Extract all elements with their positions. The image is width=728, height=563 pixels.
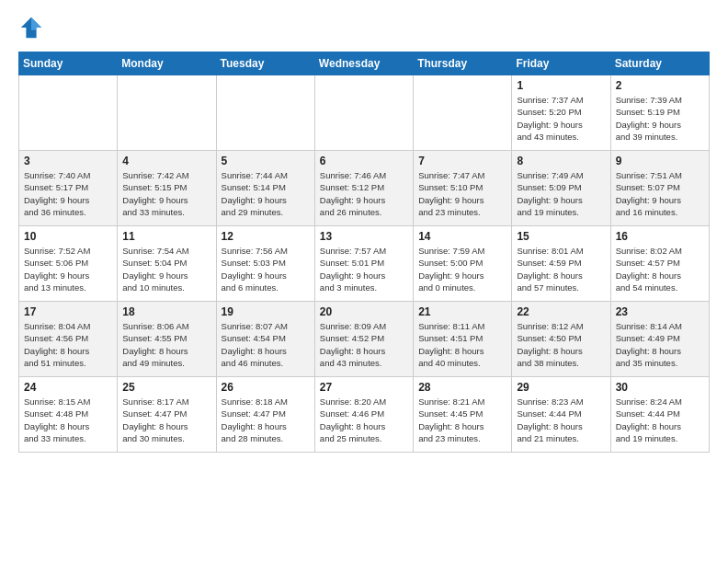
calendar-cell: 11Sunrise: 7:54 AMSunset: 5:04 PMDayligh… [118, 226, 216, 302]
calendar-cell: 24Sunrise: 8:15 AMSunset: 4:48 PMDayligh… [19, 377, 118, 453]
day-detail: Sunrise: 8:02 AMSunset: 4:57 PMDaylight:… [616, 245, 704, 293]
calendar-cell: 20Sunrise: 8:09 AMSunset: 4:52 PMDayligh… [314, 302, 413, 377]
day-number: 9 [616, 155, 704, 167]
col-header-thursday: Thursday [414, 52, 512, 75]
day-detail: Sunrise: 8:24 AMSunset: 4:44 PMDaylight:… [616, 396, 704, 444]
day-number: 10 [24, 230, 112, 243]
calendar-cell: 15Sunrise: 8:01 AMSunset: 4:59 PMDayligh… [512, 226, 610, 302]
day-detail: Sunrise: 7:54 AMSunset: 5:04 PMDaylight:… [122, 245, 210, 293]
day-detail: Sunrise: 8:09 AMSunset: 4:52 PMDaylight:… [320, 320, 408, 369]
day-number: 21 [418, 305, 506, 318]
day-detail: Sunrise: 7:57 AMSunset: 5:01 PMDaylight:… [320, 245, 408, 293]
day-number: 1 [517, 79, 605, 92]
col-header-sunday: Sunday [19, 52, 118, 75]
day-detail: Sunrise: 8:12 AMSunset: 4:50 PMDaylight:… [517, 320, 605, 369]
calendar-cell: 16Sunrise: 8:02 AMSunset: 4:57 PMDayligh… [610, 226, 709, 302]
calendar-cell: 19Sunrise: 8:07 AMSunset: 4:54 PMDayligh… [216, 302, 314, 377]
day-number: 13 [320, 230, 408, 243]
day-number: 6 [320, 155, 408, 167]
day-number: 2 [616, 79, 704, 92]
col-header-wednesday: Wednesday [314, 52, 413, 75]
calendar-cell: 27Sunrise: 8:20 AMSunset: 4:46 PMDayligh… [314, 377, 413, 453]
calendar-cell: 18Sunrise: 8:06 AMSunset: 4:55 PMDayligh… [118, 302, 216, 377]
day-detail: Sunrise: 8:21 AMSunset: 4:45 PMDaylight:… [418, 396, 506, 444]
logo [18, 15, 48, 40]
day-detail: Sunrise: 7:56 AMSunset: 5:03 PMDaylight:… [222, 245, 310, 293]
calendar-week-3: 17Sunrise: 8:04 AMSunset: 4:56 PMDayligh… [19, 302, 710, 377]
calendar-cell: 4Sunrise: 7:42 AMSunset: 5:15 PMDaylight… [118, 151, 216, 226]
day-number: 18 [122, 305, 210, 318]
day-detail: Sunrise: 7:44 AMSunset: 5:14 PMDaylight:… [222, 169, 310, 218]
calendar-table: SundayMondayTuesdayWednesdayThursdayFrid… [18, 52, 710, 453]
day-number: 7 [418, 155, 506, 167]
day-detail: Sunrise: 8:07 AMSunset: 4:54 PMDaylight:… [222, 320, 310, 369]
day-number: 12 [222, 230, 310, 243]
day-detail: Sunrise: 7:49 AMSunset: 5:09 PMDaylight:… [517, 169, 605, 218]
calendar-cell [216, 75, 314, 151]
day-detail: Sunrise: 7:42 AMSunset: 5:15 PMDaylight:… [122, 169, 210, 218]
calendar-cell: 9Sunrise: 7:51 AMSunset: 5:07 PMDaylight… [610, 151, 709, 226]
header [18, 15, 710, 40]
col-header-friday: Friday [512, 52, 610, 75]
day-number: 25 [122, 381, 210, 394]
calendar-cell: 2Sunrise: 7:39 AMSunset: 5:19 PMDaylight… [610, 75, 709, 151]
col-header-monday: Monday [118, 52, 216, 75]
day-number: 20 [320, 305, 408, 318]
calendar-header-row: SundayMondayTuesdayWednesdayThursdayFrid… [19, 52, 710, 75]
day-number: 3 [24, 155, 112, 167]
calendar-cell: 22Sunrise: 8:12 AMSunset: 4:50 PMDayligh… [512, 302, 610, 377]
day-detail: Sunrise: 8:18 AMSunset: 4:47 PMDaylight:… [222, 396, 310, 444]
calendar-cell: 5Sunrise: 7:44 AMSunset: 5:14 PMDaylight… [216, 151, 314, 226]
calendar-week-4: 24Sunrise: 8:15 AMSunset: 4:48 PMDayligh… [19, 377, 710, 453]
day-number: 29 [517, 381, 605, 394]
calendar-week-0: 1Sunrise: 7:37 AMSunset: 5:20 PMDaylight… [19, 75, 710, 151]
day-number: 30 [616, 381, 704, 394]
day-detail: Sunrise: 7:39 AMSunset: 5:19 PMDaylight:… [616, 94, 704, 143]
day-detail: Sunrise: 7:51 AMSunset: 5:07 PMDaylight:… [616, 169, 704, 218]
page: SundayMondayTuesdayWednesdayThursdayFrid… [0, 0, 728, 467]
day-detail: Sunrise: 8:11 AMSunset: 4:51 PMDaylight:… [418, 320, 506, 369]
day-number: 19 [222, 305, 310, 318]
day-number: 14 [418, 230, 506, 243]
calendar-cell: 25Sunrise: 8:17 AMSunset: 4:47 PMDayligh… [118, 377, 216, 453]
calendar-cell: 30Sunrise: 8:24 AMSunset: 4:44 PMDayligh… [610, 377, 709, 453]
calendar-cell [19, 75, 118, 151]
day-number: 5 [222, 155, 310, 167]
calendar-cell: 10Sunrise: 7:52 AMSunset: 5:06 PMDayligh… [19, 226, 118, 302]
calendar-cell: 14Sunrise: 7:59 AMSunset: 5:00 PMDayligh… [414, 226, 512, 302]
day-number: 23 [616, 305, 704, 318]
day-number: 24 [24, 381, 112, 394]
day-number: 15 [517, 230, 605, 243]
calendar-cell: 12Sunrise: 7:56 AMSunset: 5:03 PMDayligh… [216, 226, 314, 302]
day-number: 22 [517, 305, 605, 318]
day-detail: Sunrise: 8:20 AMSunset: 4:46 PMDaylight:… [320, 396, 408, 444]
calendar-cell [118, 75, 216, 151]
day-number: 16 [616, 230, 704, 243]
day-detail: Sunrise: 8:04 AMSunset: 4:56 PMDaylight:… [24, 320, 112, 369]
day-detail: Sunrise: 8:06 AMSunset: 4:55 PMDaylight:… [122, 320, 210, 369]
day-number: 26 [222, 381, 310, 394]
calendar-cell: 23Sunrise: 8:14 AMSunset: 4:49 PMDayligh… [610, 302, 709, 377]
calendar-cell [314, 75, 413, 151]
day-detail: Sunrise: 8:15 AMSunset: 4:48 PMDaylight:… [24, 396, 112, 444]
svg-marker-1 [31, 17, 41, 30]
day-detail: Sunrise: 7:40 AMSunset: 5:17 PMDaylight:… [24, 169, 112, 218]
day-number: 28 [418, 381, 506, 394]
day-detail: Sunrise: 7:46 AMSunset: 5:12 PMDaylight:… [320, 169, 408, 218]
col-header-saturday: Saturday [610, 52, 709, 75]
calendar-cell: 1Sunrise: 7:37 AMSunset: 5:20 PMDaylight… [512, 75, 610, 151]
day-detail: Sunrise: 8:23 AMSunset: 4:44 PMDaylight:… [517, 396, 605, 444]
col-header-tuesday: Tuesday [216, 52, 314, 75]
day-detail: Sunrise: 8:01 AMSunset: 4:59 PMDaylight:… [517, 245, 605, 293]
calendar-cell: 7Sunrise: 7:47 AMSunset: 5:10 PMDaylight… [414, 151, 512, 226]
day-number: 17 [24, 305, 112, 318]
day-detail: Sunrise: 7:47 AMSunset: 5:10 PMDaylight:… [418, 169, 506, 218]
calendar-cell: 8Sunrise: 7:49 AMSunset: 5:09 PMDaylight… [512, 151, 610, 226]
day-number: 8 [517, 155, 605, 167]
calendar-cell: 17Sunrise: 8:04 AMSunset: 4:56 PMDayligh… [19, 302, 118, 377]
calendar-cell: 28Sunrise: 8:21 AMSunset: 4:45 PMDayligh… [414, 377, 512, 453]
calendar-cell: 6Sunrise: 7:46 AMSunset: 5:12 PMDaylight… [314, 151, 413, 226]
day-number: 27 [320, 381, 408, 394]
calendar-week-1: 3Sunrise: 7:40 AMSunset: 5:17 PMDaylight… [19, 151, 710, 226]
day-detail: Sunrise: 8:14 AMSunset: 4:49 PMDaylight:… [616, 320, 704, 369]
